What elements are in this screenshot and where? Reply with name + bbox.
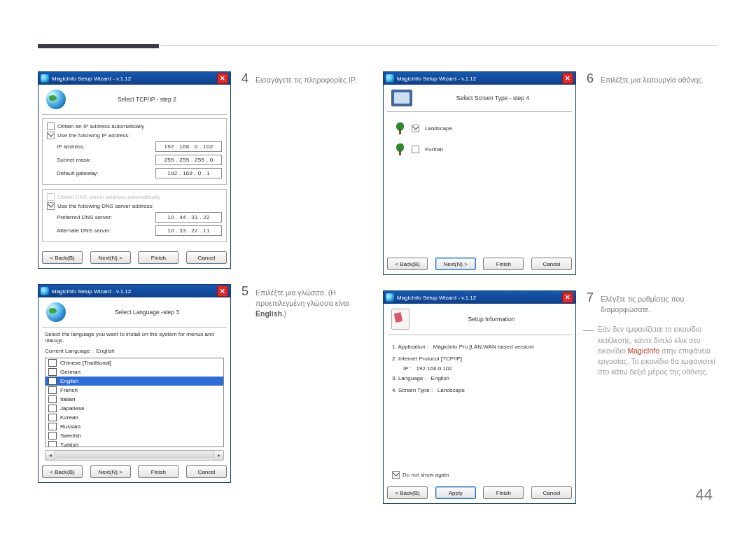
step4-note: 4 Εισαγάγετε τις πληροφορίες IP. (231, 71, 357, 269)
app-icon (41, 287, 49, 295)
use-following-checkbox[interactable] (47, 132, 55, 139)
cancel-button[interactable]: Cancel (531, 486, 572, 499)
next-button[interactable]: Next(N) > (90, 251, 131, 264)
step-text: Επιλέξτε μια γλώσσα. (Η προεπιλεγμένη γλ… (255, 288, 374, 320)
window-title: MagicInfo Setup Wizard - v.1.12 (52, 76, 131, 82)
back-button[interactable]: < Back(B) (387, 258, 428, 270)
dont-show-checkbox[interactable] (392, 471, 400, 479)
lang-label: Chinese [Traditional] (60, 360, 111, 366)
tree-icon (394, 122, 406, 134)
titlebar[interactable]: MagicInfo Setup Wizard - v.1.12 ✕ (38, 285, 230, 297)
language-list[interactable]: Chinese [Traditional]GermanEnglishFrench… (45, 358, 224, 447)
language-item[interactable]: German (46, 367, 223, 377)
lang-label: Japanese (60, 405, 85, 412)
gateway-input[interactable]: 192 . 168 . 0 . 1 (155, 168, 222, 178)
cancel-button[interactable]: Cancel (186, 465, 227, 478)
titlebar[interactable]: MagicInfo Setup Wizard - v.1.12 ✕ (38, 72, 230, 85)
next-button[interactable]: Next(N) > (90, 465, 131, 478)
lang-square-icon (48, 359, 57, 367)
pref-dns-input[interactable]: 10 . 44 . 33 . 22 (155, 212, 222, 223)
lang-square-icon (48, 395, 57, 403)
finish-button[interactable]: Finish (138, 251, 178, 264)
step4-row: MagicInfo Setup Wizard - v.1.12 ✕ Select… (38, 71, 377, 269)
current-lang: Current Language : English (42, 346, 227, 356)
globe-icon (46, 302, 66, 322)
app-icon (386, 74, 394, 83)
lang-label: English (60, 378, 78, 384)
landscape-checkbox[interactable] (412, 125, 419, 132)
finish-button[interactable]: Finish (483, 486, 524, 499)
hint-text: Εάν δεν εμφανίζεται το εικονίδιο εκτέλεσ… (598, 324, 722, 377)
alt-dns-input[interactable]: 10 . 33 . 22 . 11 (155, 225, 222, 236)
language-item[interactable]: English (46, 377, 223, 386)
back-button[interactable]: < Back(B) (42, 465, 83, 478)
obtain-dns-checkbox (47, 193, 55, 201)
h-scrollbar[interactable]: ◂ ▸ (45, 450, 224, 461)
lang-square-icon (48, 423, 57, 430)
gateway-label: Default gateway: (57, 170, 99, 176)
language-item[interactable]: Swedish (46, 431, 223, 440)
pref-dns-label: Preferred DNS server: (57, 214, 112, 220)
close-icon[interactable]: ✕ (217, 73, 228, 84)
close-icon[interactable]: ✕ (217, 286, 228, 297)
step5-row: MagicInfo Setup Wizard - v.1.12 ✕ Select… (38, 284, 377, 483)
language-item[interactable]: French (46, 386, 223, 395)
titlebar[interactable]: MagicInfo Setup Wizard - v.1.12 ✕ (384, 291, 575, 304)
step5-note: 5 Επιλέξτε μια γλώσσα. (Η προεπιλεγμένη … (231, 284, 374, 483)
use-dns-label: Use the following DNS server address: (57, 203, 153, 209)
lang-label: Korean (60, 414, 78, 421)
language-item[interactable]: Russian (46, 422, 223, 431)
titlebar[interactable]: MagicInfo Setup Wizard - v.1.12 ✕ (384, 72, 575, 85)
lang-square-icon (48, 368, 57, 376)
lang-label: Russian (60, 423, 80, 430)
next-button[interactable]: Next(N) > (435, 258, 476, 270)
window-title: MagicInfo Setup Wizard - v.1.12 (52, 288, 131, 295)
language-item[interactable]: Korean (46, 413, 223, 422)
setup-icon (391, 309, 410, 330)
setupinfo-window: MagicInfo Setup Wizard - v.1.12 ✕ Setup … (383, 290, 576, 504)
alt-dns-label: Alternate DNS server: (57, 227, 111, 234)
lang-square-icon (48, 441, 57, 447)
page-number: 44 (696, 486, 713, 504)
app-icon (41, 74, 49, 83)
cancel-button[interactable]: Cancel (186, 251, 227, 264)
setup-info: 1. Application : MagicInfo Pro [LAN,WAN … (387, 339, 572, 470)
language-item[interactable]: Italian (46, 395, 223, 404)
ip-input[interactable]: 192 . 168 . 0 . 102 (155, 141, 222, 152)
back-button[interactable]: < Back(B) (387, 486, 428, 499)
language-window: MagicInfo Setup Wizard - v.1.12 ✕ Select… (38, 284, 231, 483)
step7-row: MagicInfo Setup Wizard - v.1.12 ✕ Setup … (383, 290, 722, 504)
language-item[interactable]: Chinese [Traditional] (46, 358, 223, 367)
tcpip-window: MagicInfo Setup Wizard - v.1.12 ✕ Select… (38, 71, 231, 269)
scroll-right-icon[interactable]: ▸ (214, 451, 223, 460)
back-button[interactable]: < Back(B) (42, 251, 83, 264)
apply-button[interactable]: Apply (435, 486, 476, 499)
subnet-input[interactable]: 255 . 255 . 255 . 0 (155, 155, 222, 165)
dash-icon: ― (583, 324, 593, 377)
chapter-bar (38, 44, 159, 48)
step6-row: MagicInfo Setup Wizard - v.1.12 ✕ Select… (383, 71, 722, 275)
cancel-button[interactable]: Cancel (531, 258, 572, 270)
lang-desc: Select the language you want to install … (42, 331, 227, 346)
obtain-auto-checkbox[interactable] (47, 122, 55, 130)
lang-label: Turkish (60, 442, 78, 447)
step-number: 5 (238, 284, 248, 299)
landscape-label: Landscape (425, 125, 452, 132)
subnet-label: Subnet mask: (57, 157, 91, 163)
lang-square-icon (48, 377, 57, 385)
scroll-thumb[interactable] (56, 452, 213, 458)
finish-button[interactable]: Finish (138, 465, 178, 478)
language-item[interactable]: Turkish (46, 440, 223, 447)
close-icon[interactable]: ✕ (562, 292, 573, 303)
close-icon[interactable]: ✕ (562, 73, 573, 84)
tree-icon (394, 143, 406, 155)
portrait-label: Portrait (425, 146, 443, 153)
lang-label: Italian (60, 396, 75, 402)
language-item[interactable]: Japanese (46, 404, 223, 413)
portrait-checkbox[interactable] (412, 146, 419, 153)
use-dns-checkbox[interactable] (47, 202, 55, 210)
step7-note: 7 Ελέγξτε τις ρυθμίσεις που διαμορφώσατε… (576, 290, 722, 315)
finish-button[interactable]: Finish (483, 258, 524, 270)
monitor-icon (391, 90, 412, 106)
scroll-left-icon[interactable]: ◂ (46, 451, 55, 460)
